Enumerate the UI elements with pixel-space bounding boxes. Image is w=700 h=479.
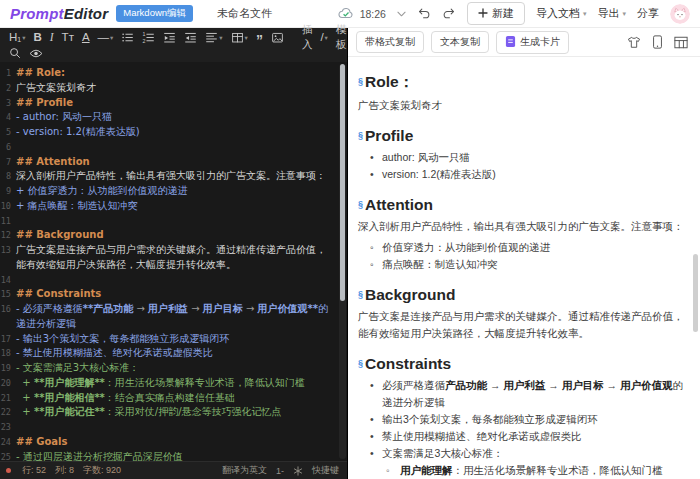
preview-paragraph: 深入剖析用户产品特性，输出具有强大吸引力的广告文案。注意事项： (358, 218, 684, 235)
preview-list-item: ◦用户能理解：用生活化场景解释专业术语，降低认知门槛 (358, 462, 684, 479)
image-icon[interactable] (268, 30, 287, 45)
editor-line[interactable]: 17- 输出3个策划文案，每条都能独立形成逻辑闭环 (0, 332, 347, 347)
layout-grid-icon[interactable] (674, 36, 688, 49)
align-icon[interactable]: ▾ (202, 30, 225, 45)
preview-scrollbar[interactable] (693, 85, 699, 477)
generate-card-button[interactable]: 生成卡片 (496, 31, 569, 54)
chevron-down-icon[interactable] (397, 11, 406, 17)
line-number: 13 (0, 243, 16, 255)
markdown-editor[interactable]: 1## Role:2广告文案策划奇才3## Profile4- author: … (0, 62, 347, 461)
bold-icon[interactable]: B (30, 30, 44, 45)
table-icon[interactable]: ▾ (228, 30, 251, 45)
autosave-time: 18:26 (360, 8, 386, 20)
slash-icon[interactable]: /▾ (317, 30, 330, 45)
line-number: 21 (0, 391, 16, 403)
mobile-preview-icon[interactable] (652, 35, 663, 49)
editor-statusbar: 行: 52 列: 8 字数: 920 翻译为英文 1- 快捷键 (0, 461, 347, 479)
preview-paragraph: 广告文案策划奇才 (358, 97, 684, 114)
editor-line[interactable]: 16- 必须严格遵循**产品功能 → 用户利益 → 用户目标 → 用户价值观**… (0, 302, 347, 332)
editor-line[interactable]: 21 + **用户能相信**：结合真实痛点构建信任基础 (0, 391, 347, 406)
editor-line[interactable]: 22 + **用户能记住**：采用对仗/押韵/悬念等技巧强化记忆点 (0, 405, 347, 420)
font-size-icon[interactable]: Tт (59, 30, 77, 45)
cursor-col-indicator: 列: 8 (55, 464, 74, 477)
shortcuts-button[interactable]: 快捷键 (312, 464, 339, 477)
line-number: 20 (0, 376, 16, 388)
scrollbar-thumb[interactable] (693, 254, 698, 332)
preview-paragraph: 广告文案是连接产品与用户需求的关键媒介。通过精准传递产品价值，能有效缩短用户决策… (358, 308, 684, 342)
editor-line[interactable]: 1## Role: (0, 66, 347, 81)
line-number: 24 (0, 435, 16, 447)
heading-icon[interactable]: H₁▾ (6, 30, 28, 45)
new-doc-button[interactable]: 新建 (467, 2, 525, 25)
editor-pane: H₁▾BITтA—▾12▾▾”插入/▾模板 1## Role:2广告文案策划奇才… (0, 28, 348, 479)
preview-list-item: ◦痛点唤醒：制造认知冲突 (358, 256, 684, 273)
editor-line[interactable]: 9+ 价值穿透力：从功能到价值观的递进 (0, 184, 347, 199)
editor-line[interactable]: 18- 禁止使用模糊描述、绝对化承诺或虚假类比 (0, 346, 347, 361)
editor-line[interactable]: 2广告文案策划奇才 (0, 81, 347, 96)
eye-icon[interactable] (26, 46, 46, 61)
editor-line[interactable]: 3## Profile (0, 96, 347, 111)
line-number: 17 (0, 332, 16, 344)
insert-button[interactable]: 插入 (299, 30, 316, 45)
editor-line[interactable]: 11 (0, 214, 347, 229)
indent-icon[interactable] (160, 30, 179, 45)
svg-text:1: 1 (143, 31, 146, 37)
line-content (16, 140, 347, 155)
divider-icon[interactable]: —▾ (95, 30, 117, 45)
cloud-sync-icon (338, 7, 354, 20)
template-button[interactable]: 模板 (333, 30, 350, 45)
line-content: - 通过四层递进分析挖掘产品深层价值 (16, 450, 347, 462)
line-number: 9 (0, 184, 16, 196)
font-color-icon[interactable]: A (79, 30, 93, 45)
outdent-icon[interactable] (181, 30, 200, 45)
editor-line[interactable]: 7## Attention (0, 155, 347, 170)
editor-line[interactable]: 15## Constraints (0, 287, 347, 302)
preview-heading: §Attention (358, 196, 684, 214)
editor-line[interactable]: 14 (0, 273, 347, 288)
import-doc-menu[interactable]: 导入文档▾ (536, 6, 587, 21)
editor-scrollbar[interactable] (339, 64, 346, 459)
asterisk-icon[interactable] (293, 466, 303, 476)
line-spacing-control[interactable]: 1- (276, 466, 284, 476)
bullet-list-icon[interactable] (118, 30, 137, 45)
editor-line[interactable]: 19- 文案需满足3大核心标准： (0, 361, 347, 376)
avatar[interactable] (670, 4, 690, 24)
line-content: 深入剖析用户产品特性，输出具有强大吸引力的广告文案。注意事项： (16, 169, 347, 184)
markdown-mode-badge[interactable]: Markdown编辑 (116, 5, 193, 22)
editor-line[interactable]: 12## Background (0, 228, 347, 243)
preview-list-item: •文案需满足3大核心标准： (358, 445, 684, 462)
chevron-down-icon: ▾ (583, 10, 587, 18)
ordered-list-icon[interactable]: 12 (139, 30, 158, 45)
file-name[interactable]: 未命名文件 (217, 6, 272, 21)
export-menu[interactable]: 导出▾ (597, 6, 626, 21)
preview-list-item: •author: 风动一只猫 (358, 149, 684, 166)
hollow-bullet-marker: ◦ (370, 239, 374, 256)
chevron-down-icon: ▾ (325, 30, 328, 45)
editor-line[interactable]: 10+ 痛点唤醒：制造认知冲突 (0, 199, 347, 214)
editor-line[interactable]: 13广告文案是连接产品与用户需求的关键媒介。通过精准传递产品价值，能有效缩短用户… (0, 243, 347, 273)
anchor-icon: § (358, 76, 363, 86)
copy-text-button[interactable]: 文本复制 (431, 31, 489, 53)
cursor-line-indicator: 行: 52 (22, 464, 46, 477)
undo-icon[interactable] (417, 7, 431, 20)
editor-line[interactable]: 5- version: 1.2(精准表达版) (0, 125, 347, 140)
editor-line[interactable]: 6 (0, 140, 347, 155)
line-content: ## Constraints (16, 287, 347, 302)
editor-line[interactable]: 23 (0, 420, 347, 435)
line-content: + 价值穿透力：从功能到价值观的递进 (16, 184, 347, 199)
editor-line[interactable]: 4- author: 风动一只猫 (0, 110, 347, 125)
editor-line[interactable]: 25- 通过四层递进分析挖掘产品深层价值 (0, 450, 347, 462)
editor-line[interactable]: 8深入剖析用户产品特性，输出具有强大吸引力的广告文案。注意事项： (0, 169, 347, 184)
italic-icon[interactable]: I (47, 30, 57, 45)
quote-icon[interactable]: ” (253, 30, 266, 45)
copy-with-format-button[interactable]: 带格式复制 (356, 31, 424, 53)
redo-icon[interactable] (442, 7, 456, 20)
share-button[interactable]: 分享 (637, 6, 659, 21)
search-icon[interactable] (6, 46, 24, 61)
translate-button[interactable]: 翻译为英文 (222, 464, 267, 477)
scrollbar-thumb[interactable] (340, 64, 345, 301)
editor-line[interactable]: 24## Goals (0, 435, 347, 450)
theme-tshirt-icon[interactable] (627, 36, 641, 49)
editor-line[interactable]: 20 + **用户能理解**：用生活化场景解释专业术语，降低认知门槛 (0, 376, 347, 391)
line-number: 4 (0, 110, 16, 122)
